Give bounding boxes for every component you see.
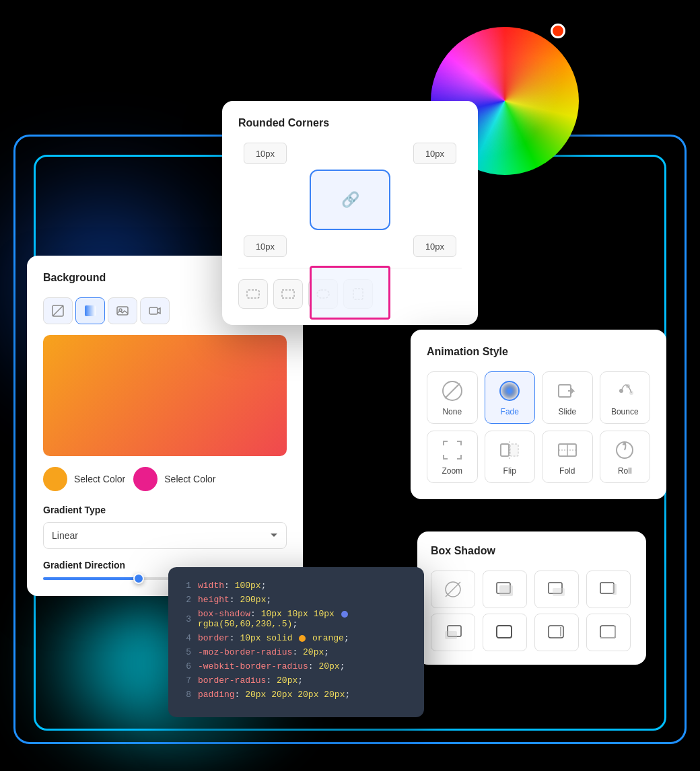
svg-rect-9 xyxy=(149,307,158,314)
animation-panel: Animation Style None Fade Slide xyxy=(411,330,666,499)
link-icon: 🔗 xyxy=(341,191,359,209)
code-line-2: 2 height: 200px; xyxy=(182,595,411,605)
corner-box-preview: 🔗 xyxy=(310,170,390,230)
slider-fill xyxy=(43,577,136,580)
shadow-btn-full[interactable] xyxy=(483,571,527,608)
code-line-4: 4 border: 10px solid orange; xyxy=(182,633,411,643)
svg-rect-18 xyxy=(501,444,509,456)
code-text-5: -moz-border-radius: 20px; xyxy=(198,647,329,657)
fold-icon xyxy=(555,438,580,462)
anim-btn-slide[interactable]: Slide xyxy=(542,371,593,424)
magenta-box-preview xyxy=(310,266,390,320)
shadow-grid xyxy=(431,571,633,651)
anim-label-zoom: Zoom xyxy=(442,466,462,476)
svg-rect-0 xyxy=(247,290,259,298)
corner-top-right[interactable] xyxy=(413,143,456,164)
anim-btn-bounce[interactable]: Bounce xyxy=(600,371,651,424)
zoom-icon xyxy=(440,438,464,462)
corner-bottom-left[interactable] xyxy=(244,235,287,257)
bounce-icon xyxy=(612,379,637,403)
svg-rect-35 xyxy=(497,626,512,638)
code-line-8: 8 padding: 20px 20px 20px 20px; xyxy=(182,690,411,700)
corner-bottom-right[interactable] xyxy=(413,235,456,257)
code-line-7: 7 border-radius: 20px; xyxy=(182,675,411,686)
color-swatch-orange[interactable] xyxy=(43,467,67,491)
code-text-1: width: 100px; xyxy=(198,581,266,591)
svg-rect-7 xyxy=(117,307,128,315)
shadow-btn-outline[interactable] xyxy=(483,614,527,651)
shape-icon-btn-2[interactable] xyxy=(273,279,303,309)
anim-btn-roll[interactable]: Roll xyxy=(600,431,651,483)
bg-type-none[interactable] xyxy=(43,297,73,324)
svg-rect-31 xyxy=(600,583,614,593)
code-line-6: 6 -webkit-border-radius: 20px; xyxy=(182,661,411,671)
shadow-btn-right[interactable] xyxy=(586,571,631,608)
code-text-4: border: 10px solid orange; xyxy=(198,633,349,643)
select-color-1-label: Select Color xyxy=(74,474,125,484)
code-text-8: padding: 20px 20px 20px 20px; xyxy=(198,690,350,700)
bg-type-video[interactable] xyxy=(140,297,170,324)
anim-label-none: None xyxy=(442,407,462,416)
anim-label-fold: Fold xyxy=(559,466,575,476)
gradient-type-label: Gradient Type xyxy=(43,505,287,515)
anim-btn-zoom[interactable]: Zoom xyxy=(427,431,478,483)
orange-dot xyxy=(299,635,306,642)
code-text-3: box-shadow: 10px 10px 10px rgba(50,60,23… xyxy=(198,609,411,629)
code-line-5: 5 -moz-border-radius: 20px; xyxy=(182,647,411,657)
shadow-btn-bottom-left[interactable] xyxy=(431,614,475,651)
code-num-6: 6 xyxy=(182,661,191,671)
shadow-btn-corner[interactable] xyxy=(586,614,631,651)
svg-rect-38 xyxy=(600,626,615,638)
color-selector-2[interactable]: Select Color xyxy=(133,467,215,491)
shadow-btn-inset-right[interactable] xyxy=(534,614,579,651)
code-num-8: 8 xyxy=(182,690,191,700)
slider-thumb[interactable] xyxy=(133,573,144,584)
shadow-btn-bottom-right[interactable] xyxy=(534,571,579,608)
anim-label-flip: Flip xyxy=(503,466,516,476)
svg-line-11 xyxy=(445,383,460,398)
anim-btn-flip[interactable]: Flip xyxy=(485,431,536,483)
corner-grid: 🔗 xyxy=(238,143,462,257)
svg-rect-19 xyxy=(510,444,518,456)
blue-dot xyxy=(341,611,348,618)
shape-icon-btn-1[interactable] xyxy=(238,279,268,309)
svg-rect-1 xyxy=(282,290,294,298)
corner-top-left[interactable] xyxy=(244,143,287,164)
none-icon xyxy=(440,379,464,403)
animation-title: Animation Style xyxy=(427,346,650,358)
anim-label-roll: Roll xyxy=(618,466,632,476)
sphere-dot xyxy=(551,24,565,38)
anim-btn-fold[interactable]: Fold xyxy=(542,431,593,483)
rounded-corners-title: Rounded Corners xyxy=(238,117,462,129)
code-text-6: -webkit-border-radius: 20px; xyxy=(198,661,345,671)
svg-line-4 xyxy=(53,305,63,316)
anim-label-slide: Slide xyxy=(558,407,576,416)
anim-label-fade: Fade xyxy=(501,407,519,416)
bg-type-gradient[interactable] xyxy=(75,297,105,324)
color-swatch-pink[interactable] xyxy=(133,467,158,491)
roll-icon xyxy=(612,438,637,462)
anim-btn-none[interactable]: None xyxy=(427,371,478,424)
fade-icon xyxy=(497,379,522,403)
svg-rect-28 xyxy=(499,585,513,596)
code-num-1: 1 xyxy=(182,581,191,591)
flip-icon xyxy=(497,438,522,462)
anim-btn-fade[interactable]: Fade xyxy=(485,371,536,424)
shadow-btn-none[interactable] xyxy=(431,571,475,608)
box-shadow-title: Box Shadow xyxy=(431,545,633,557)
slide-icon xyxy=(555,379,580,403)
code-text-2: height: 200px; xyxy=(198,595,271,605)
code-panel: 1 width: 100px; 2 height: 200px; 3 box-s… xyxy=(168,567,424,717)
svg-rect-32 xyxy=(612,584,617,595)
code-num-3: 3 xyxy=(182,614,191,624)
code-num-4: 4 xyxy=(182,633,191,643)
gradient-preview xyxy=(43,335,287,456)
code-line-3: 3 box-shadow: 10px 10px 10px rgba(50,60,… xyxy=(182,609,411,629)
svg-rect-34 xyxy=(445,631,457,639)
bg-type-image[interactable] xyxy=(108,297,137,324)
svg-rect-30 xyxy=(553,588,565,596)
color-selector-1[interactable]: Select Color xyxy=(43,467,125,491)
gradient-type-select[interactable]: Linear Radial Conic xyxy=(43,522,287,549)
code-num-2: 2 xyxy=(182,595,191,605)
code-line-1: 1 width: 100px; xyxy=(182,581,411,591)
